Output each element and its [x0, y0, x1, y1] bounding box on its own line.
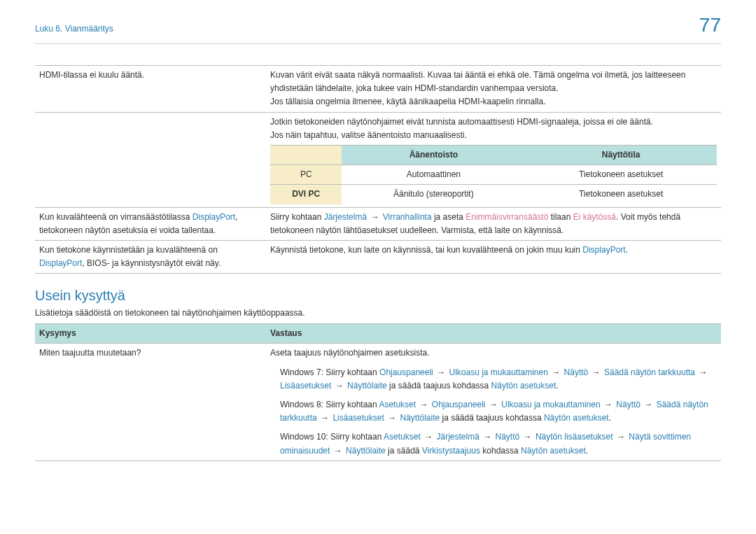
faq-answer-detail: Windows 8: Siirry kohtaan Asetukset → Oh… [266, 395, 721, 428]
table-row: Kun tietokone käynnistetään ja kuvalähte… [35, 240, 721, 273]
faq-row: Miten taajuutta muutetaan? Aseta taajuus… [35, 344, 721, 363]
issue-cell: Kun kuvalähteenä on virransäästötilassa … [35, 207, 266, 240]
sub-display: Tietokoneen asetukset [525, 165, 717, 185]
displayport-link: DisplayPort [39, 258, 82, 268]
sub-label: PC [270, 165, 342, 185]
faq-answer-detail: Windows 7: Siirry kohtaan Ohjauspaneeli … [266, 363, 721, 395]
page-number: 77 [699, 14, 721, 36]
table-row: HDMI-tilassa ei kuulu ääntä. Kuvan värit… [35, 66, 721, 113]
displayport-link: DisplayPort [192, 212, 235, 222]
faq-header-q: Kysymys [35, 324, 266, 344]
paragraph: Jos tällaisia ongelmia ilmenee, käytä ää… [270, 95, 717, 108]
paragraph: Jos näin tapahtuu, valitse äänentoisto m… [270, 129, 717, 142]
troubleshooting-table: HDMI-tilassa ei kuulu ääntä. Kuvan värit… [35, 65, 721, 274]
table-row: Kun kuvalähteenä on virransäästötilassa … [35, 207, 721, 240]
sub-header-audio: Äänentoisto [342, 145, 525, 164]
faq-description: Lisätietoja säädöistä on tietokoneen tai… [35, 308, 721, 318]
sub-audio: Äänitulo (stereoportit) [342, 185, 525, 204]
sub-header-empty [270, 145, 342, 164]
faq-answer: Aseta taajuus näytönohjaimen asetuksista… [266, 344, 721, 363]
displayport-link: DisplayPort [582, 245, 625, 255]
sub-audio: Automaattinen [342, 165, 525, 185]
faq-answer-detail: Windows 10: Siirry kohtaan Asetukset → J… [266, 428, 721, 461]
sub-row: DVI PC Äänitulo (stereoportit) Tietokone… [270, 185, 717, 204]
solution-cell: Siirry kohtaan Järjestelmä → Virranhalli… [266, 207, 721, 240]
paragraph: Kuvan värit eivät saata näkyä normaalist… [270, 69, 717, 95]
faq-row: Windows 8: Siirry kohtaan Asetukset → Oh… [35, 395, 721, 428]
solution-cell: Kuvan värit eivät saata näkyä normaalist… [266, 66, 721, 113]
issue-cell [35, 112, 266, 207]
paragraph: Jotkin tietokoneiden näytönohjaimet eivä… [270, 115, 717, 129]
audio-sub-table: Äänentoisto Näyttötila PC Automaattinen … [270, 145, 717, 204]
faq-row: Windows 10: Siirry kohtaan Asetukset → J… [35, 428, 721, 461]
issue-cell: HDMI-tilassa ei kuulu ääntä. [35, 66, 266, 113]
breadcrumb: Luku 6. Vianmääritys [35, 24, 113, 34]
sub-display: Tietokoneen asetukset [525, 185, 717, 204]
table-row: Jotkin tietokoneiden näytönohjaimet eivä… [35, 112, 721, 207]
faq-question: Miten taajuutta muutetaan? [35, 344, 266, 363]
faq-header-a: Vastaus [266, 324, 721, 344]
faq-row: Windows 7: Siirry kohtaan Ohjauspaneeli … [35, 363, 721, 395]
faq-heading: Usein kysyttyä [35, 288, 721, 304]
sub-label: DVI PC [270, 185, 342, 204]
sub-header-display: Näyttötila [525, 145, 717, 164]
issue-cell: Kun tietokone käynnistetään ja kuvalähte… [35, 240, 266, 273]
sub-row: PC Automaattinen Tietokoneen asetukset [270, 165, 717, 185]
divider [35, 43, 721, 44]
faq-table: Kysymys Vastaus Miten taajuutta muutetaa… [35, 323, 721, 461]
solution-cell: Käynnistä tietokone, kun laite on käynni… [266, 240, 721, 273]
solution-cell: Jotkin tietokoneiden näytönohjaimet eivä… [266, 112, 721, 207]
